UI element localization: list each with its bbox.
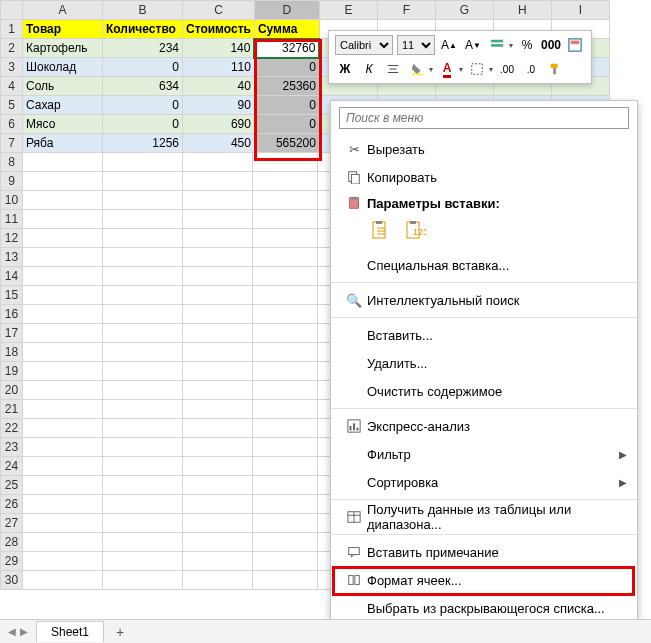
menu-get-data-from-table[interactable]: Получить данные из таблицы или диапазона… [331, 503, 637, 531]
col-header-B[interactable]: B [103, 1, 183, 20]
menu-smart-lookup[interactable]: 🔍 Интеллектуальный поиск [331, 286, 637, 314]
percent-format-icon[interactable]: % [517, 35, 537, 55]
cell[interactable] [23, 267, 103, 286]
cell[interactable]: 565200 [254, 134, 319, 153]
col-header-E[interactable]: E [319, 1, 377, 20]
menu-clear-contents[interactable]: Очистить содержимое [331, 377, 637, 405]
cell[interactable] [183, 476, 253, 495]
cell[interactable]: 0 [103, 115, 183, 134]
cell[interactable]: Картофель [23, 39, 103, 58]
cell[interactable] [103, 571, 183, 590]
cell[interactable] [23, 305, 103, 324]
decrease-font-icon[interactable]: A▼ [463, 35, 483, 55]
cell[interactable] [103, 343, 183, 362]
fill-color-icon[interactable] [407, 59, 427, 79]
cell[interactable] [183, 267, 253, 286]
cell[interactable] [23, 191, 103, 210]
cell[interactable] [253, 172, 318, 191]
cell[interactable] [253, 419, 318, 438]
cell[interactable] [183, 248, 253, 267]
cell[interactable] [103, 286, 183, 305]
cell[interactable] [183, 457, 253, 476]
col-header-G[interactable]: G [435, 1, 493, 20]
sheet-tab-sheet1[interactable]: Sheet1 [36, 621, 104, 642]
cell[interactable] [253, 571, 318, 590]
menu-search-input[interactable] [339, 107, 629, 129]
cell[interactable] [103, 153, 183, 172]
cell[interactable] [103, 552, 183, 571]
cell[interactable] [103, 229, 183, 248]
borders-icon[interactable] [467, 59, 487, 79]
cell[interactable] [103, 514, 183, 533]
cell[interactable] [253, 495, 318, 514]
tab-prev-icon[interactable]: ◀ [8, 626, 16, 637]
row-header[interactable]: 1 [1, 20, 23, 39]
cell[interactable]: 0 [103, 96, 183, 115]
cell[interactable] [183, 438, 253, 457]
col-header-H[interactable]: H [493, 1, 551, 20]
cell[interactable]: Количество [103, 20, 183, 39]
cell[interactable] [103, 210, 183, 229]
paste-option-values-icon[interactable]: 123 [401, 217, 429, 245]
row-header[interactable]: 5 [1, 96, 23, 115]
cell[interactable] [253, 514, 318, 533]
cell[interactable] [183, 324, 253, 343]
menu-delete[interactable]: Удалить... [331, 349, 637, 377]
cell[interactable] [103, 172, 183, 191]
paste-option-default-icon[interactable] [367, 217, 395, 245]
cell[interactable]: 690 [183, 115, 255, 134]
tab-next-icon[interactable]: ▶ [20, 626, 28, 637]
row-header[interactable]: 30 [1, 571, 23, 590]
row-header[interactable]: 2 [1, 39, 23, 58]
cell[interactable] [23, 229, 103, 248]
bold-button[interactable]: Ж [335, 59, 355, 79]
cell[interactable]: Шоколад [23, 58, 103, 77]
cell[interactable] [183, 400, 253, 419]
cell[interactable] [103, 533, 183, 552]
cell[interactable] [103, 248, 183, 267]
cell[interactable] [23, 381, 103, 400]
cell[interactable]: 0 [254, 96, 319, 115]
menu-paste-special[interactable]: Специальная вставка... [331, 251, 637, 279]
row-header[interactable]: 26 [1, 495, 23, 514]
row-header[interactable]: 6 [1, 115, 23, 134]
cell[interactable] [253, 324, 318, 343]
cell[interactable] [23, 457, 103, 476]
cell[interactable] [183, 229, 253, 248]
row-header[interactable]: 13 [1, 248, 23, 267]
cell[interactable] [253, 533, 318, 552]
row-header[interactable]: 21 [1, 400, 23, 419]
cell[interactable] [23, 571, 103, 590]
row-header[interactable]: 12 [1, 229, 23, 248]
add-sheet-button[interactable]: + [104, 621, 136, 643]
cell[interactable] [23, 286, 103, 305]
row-header[interactable]: 11 [1, 210, 23, 229]
cell[interactable] [183, 419, 253, 438]
col-header-D[interactable]: D [254, 1, 319, 20]
cell[interactable]: Товар [23, 20, 103, 39]
row-header[interactable]: 3 [1, 58, 23, 77]
row-header[interactable]: 10 [1, 191, 23, 210]
cell[interactable] [183, 495, 253, 514]
cell[interactable]: 0 [254, 115, 319, 134]
row-header[interactable]: 24 [1, 457, 23, 476]
col-header-A[interactable]: A [23, 1, 103, 20]
cell[interactable]: 450 [183, 134, 255, 153]
row-header[interactable]: 18 [1, 343, 23, 362]
row-header[interactable]: 17 [1, 324, 23, 343]
row-header[interactable]: 27 [1, 514, 23, 533]
cell[interactable]: 110 [183, 58, 255, 77]
cell[interactable]: 1256 [103, 134, 183, 153]
cell[interactable] [183, 153, 253, 172]
row-header[interactable]: 20 [1, 381, 23, 400]
row-header[interactable]: 29 [1, 552, 23, 571]
cell[interactable]: 40 [183, 77, 255, 96]
cell[interactable] [23, 552, 103, 571]
row-header[interactable]: 28 [1, 533, 23, 552]
cell[interactable] [103, 362, 183, 381]
format-painter-icon[interactable] [545, 59, 565, 79]
row-header[interactable]: 15 [1, 286, 23, 305]
accounting-format-icon[interactable] [487, 35, 507, 55]
cell[interactable]: Мясо [23, 115, 103, 134]
cell[interactable] [183, 343, 253, 362]
